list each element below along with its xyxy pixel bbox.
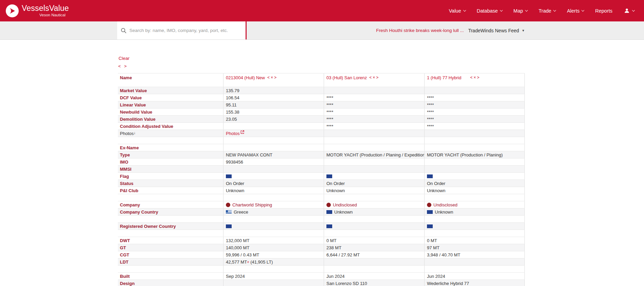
cell-cgt-3: 3,948 / 40.70 MT: [424, 251, 525, 258]
chevron-down-icon: [582, 9, 584, 11]
search-input[interactable]: [129, 28, 242, 33]
flag-icon-unknown: [427, 174, 433, 178]
vessel-column-header-3: 1 (Hull) 77 Hybrid<×>: [424, 73, 525, 87]
country-name: Unknown: [334, 209, 353, 215]
spacer-cell: [223, 266, 324, 272]
move-column-right-link[interactable]: >: [274, 75, 276, 80]
news-feed-toggle[interactable]: TradeWinds News Feed ▼: [468, 28, 525, 33]
move-column-left-link[interactable]: <: [369, 75, 372, 80]
cell-mmsi-1: [223, 166, 324, 172]
spacer-cell: [118, 216, 223, 222]
cell-design-3: Wederliche Hybrid 77: [424, 280, 525, 286]
spacer-cell: [118, 266, 223, 272]
column-controls: <×>: [267, 75, 276, 80]
flag-icon-unknown: [326, 210, 332, 214]
row-label-company-country: Company Country: [118, 208, 223, 215]
cell-dwt-2: 0 MT: [324, 237, 424, 244]
move-column-left-link[interactable]: <: [267, 75, 270, 80]
nav-item-label: Reports: [595, 8, 612, 14]
row-label-design: Design: [118, 280, 223, 286]
nav-item-database[interactable]: Database: [477, 8, 502, 14]
row-label-condition-adjusted-value: Condition Adjusted Value: [118, 123, 223, 130]
row-label-flag: Flag: [118, 173, 223, 180]
spacer-cell: [118, 230, 223, 237]
vessel-column-header-1: 0213004 (Hull) New<×>: [223, 73, 324, 87]
cell-built-2: Jun 2024: [324, 273, 424, 280]
cell-flag-3: [424, 173, 525, 180]
table-row-mmsi: MMSI: [118, 166, 525, 173]
nav-item-value[interactable]: Value: [449, 8, 465, 14]
table-row-flag: Flag: [118, 173, 525, 180]
pager: < >: [118, 64, 644, 69]
cell-company-2: Undisclosed: [324, 201, 424, 208]
move-column-right-link[interactable]: >: [376, 75, 378, 80]
remove-vessel-link[interactable]: ×: [271, 75, 273, 80]
table-row-demolition-value: Demolition Value23.05********: [118, 116, 525, 123]
cell-demolition-value-2: ****: [324, 116, 424, 122]
cell-type-1: NEW PANAMAX CONT: [223, 151, 324, 158]
spacer-cell: [223, 216, 324, 222]
row-label-name: Name: [118, 73, 223, 87]
spacer-row: [118, 137, 525, 144]
company-link[interactable]: Chartworld Shipping: [232, 202, 272, 207]
nav-item-reports[interactable]: Reports: [595, 8, 612, 14]
spacer-row: [118, 194, 525, 201]
brand-logo[interactable]: VesselsValue Veson Nautical: [6, 4, 69, 17]
spacer-cell: [223, 137, 324, 144]
search-icon: [121, 28, 127, 34]
cell-dwt-1: 132,000 MT: [223, 237, 324, 244]
pager-prev-link[interactable]: <: [118, 64, 121, 69]
cell-imo-1: 9938456: [223, 158, 324, 165]
column-controls: <×>: [369, 75, 378, 80]
nav-item-map[interactable]: Map: [514, 8, 527, 14]
row-label-status: Status: [118, 180, 223, 187]
info-superscript: i: [134, 132, 135, 135]
clear-link[interactable]: Clear: [119, 56, 139, 61]
vessel-name-link[interactable]: 03 (Hull) San Lorenz: [326, 75, 367, 80]
nav-item-label: Alerts: [567, 8, 579, 14]
cell-status-3: On Order: [424, 180, 525, 187]
cell-registered-owner-country-3: [424, 223, 525, 230]
flag-icon-unknown: [326, 224, 332, 228]
cell-condition-adjusted-value-2: ****: [324, 123, 424, 130]
cell-condition-adjusted-value-1: [223, 123, 324, 130]
country-name: Unknown: [435, 209, 453, 215]
cell-linear-value-2: ****: [324, 101, 424, 108]
nav-item-trade[interactable]: Trade: [539, 8, 556, 14]
photos-link[interactable]: Photos: [226, 131, 244, 136]
cell-registered-owner-country-2: [324, 223, 424, 230]
row-label-mmsi: MMSI: [118, 166, 223, 172]
cell-design-2: San Lorenzo SD 110: [324, 280, 424, 286]
spacer-cell: [118, 137, 223, 144]
cell-dwt-3: 0 MT: [424, 237, 525, 244]
company-link[interactable]: Undisclosed: [433, 202, 458, 207]
nav-item-label: Map: [514, 8, 523, 14]
user-menu[interactable]: [624, 7, 634, 14]
pager-next-link[interactable]: >: [124, 64, 127, 69]
remove-vessel-link[interactable]: ×: [373, 75, 375, 80]
chevron-down-icon: [632, 9, 635, 11]
table-row-photos: PhotosiPhotos: [118, 130, 525, 137]
vessel-name-link[interactable]: 1 (Hull) 77 Hybrid: [427, 75, 461, 80]
brand-title: VesselsValue: [22, 4, 69, 12]
flag-icon-unknown: [226, 174, 232, 178]
cell-ex-name-1: [223, 144, 324, 151]
vessel-name-link[interactable]: 0213004 (Hull) New: [226, 75, 265, 80]
move-column-right-link[interactable]: >: [477, 75, 479, 80]
row-label-gt: GT: [118, 244, 223, 251]
spacer-cell: [424, 230, 525, 237]
news-headline-link[interactable]: Fresh Houthi strike breaks week-long lul…: [376, 28, 464, 33]
table-row-company-country: Company CountryGreeceUnknownUnknown: [118, 208, 525, 216]
row-label-imo: IMO: [118, 158, 223, 165]
move-column-left-link[interactable]: <: [470, 75, 472, 80]
company-link[interactable]: Undisclosed: [333, 202, 357, 207]
spacer-cell: [424, 216, 525, 222]
nav-item-alerts[interactable]: Alerts: [567, 8, 584, 14]
table-row-built: BuiltSep 2024Jun 2024Jun 2024: [118, 273, 525, 280]
main-nav: Value Database Map Trade Alerts Reports: [449, 7, 634, 14]
cell-condition-adjusted-value-3: ****: [424, 123, 525, 130]
remove-vessel-link[interactable]: ×: [473, 75, 476, 80]
cell-p-i-club-2: Unknown: [324, 187, 424, 194]
table-row-imo: IMO9938456: [118, 158, 525, 166]
external-link-icon: [240, 131, 244, 136]
